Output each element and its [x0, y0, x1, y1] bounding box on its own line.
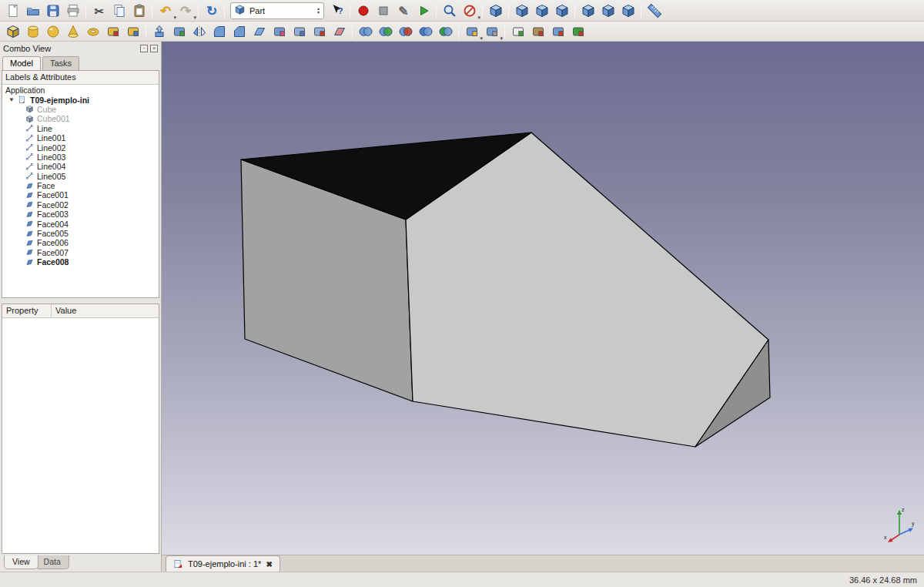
tree-item-line[interactable]: Line [2, 124, 159, 133]
tab-view[interactable]: View [4, 555, 38, 569]
save-document-button[interactable] [43, 2, 62, 20]
tree-item-label: Face006 [37, 238, 69, 247]
copy-button[interactable] [109, 2, 129, 20]
part-defeaturing-button[interactable] [528, 22, 547, 41]
tree-item-face003[interactable]: Face003 [2, 210, 159, 219]
new-document-button[interactable] [3, 2, 22, 20]
view-rear-button[interactable] [578, 2, 598, 20]
redo-button[interactable]: ↷▾ [176, 2, 195, 20]
part-section-button[interactable] [330, 22, 349, 41]
part-mirror-button[interactable] [189, 22, 209, 41]
tree-item-face005[interactable]: Face005 [2, 229, 159, 238]
part-refine-shape-button[interactable] [568, 22, 588, 41]
tree-item-line004[interactable]: Line004 [2, 162, 159, 171]
part-common-button[interactable] [436, 22, 455, 41]
tree-item-line001[interactable]: Line001 [2, 133, 159, 143]
tree-item-face004[interactable]: Face004 [2, 219, 159, 228]
part-sweep-button[interactable] [310, 22, 329, 41]
value-column-header[interactable]: Value [52, 304, 80, 317]
document-tab[interactable]: T09-ejemplo-ini : 1* ✖ [166, 555, 280, 572]
part-make-face-button[interactable] [249, 22, 269, 41]
part-sphere-button[interactable] [43, 22, 62, 41]
print-document-button[interactable] [63, 2, 82, 20]
undo-button[interactable]: ↶▾ [156, 2, 175, 20]
svg-text:↻: ↻ [206, 3, 216, 18]
part-loft-button[interactable] [290, 22, 309, 41]
part-shape-builder-button[interactable] [123, 22, 142, 41]
tab-tasks[interactable]: Tasks [42, 56, 79, 70]
paste-button[interactable] [129, 2, 149, 20]
workbench-selector[interactable]: Part▴▾ [230, 2, 324, 19]
tab-model[interactable]: Model [2, 56, 41, 70]
tree-item-face008[interactable]: Face008 [2, 257, 159, 267]
refresh-button[interactable]: ↻ [202, 2, 221, 20]
dropdown-caret[interactable]: ▾ [477, 15, 480, 20]
part-boolean-button[interactable] [376, 22, 395, 41]
part-thickness-button[interactable] [548, 22, 567, 41]
cut-button[interactable]: ✂ [89, 2, 109, 20]
macro-edit-button[interactable]: ✎ [393, 2, 413, 20]
tree-item-face007[interactable]: Face007 [2, 248, 159, 257]
expander-icon[interactable]: ▼ [8, 96, 15, 103]
open-document-button[interactable] [23, 2, 42, 20]
view-right-button[interactable] [552, 2, 571, 20]
measure-distance-button[interactable] [644, 2, 664, 20]
part-cylinder-button[interactable] [23, 22, 42, 41]
property-column-header[interactable]: Property [2, 304, 52, 317]
tree-header[interactable]: Labels & Attributes [2, 71, 159, 85]
toolbar-separator [508, 4, 509, 18]
tree-root-application[interactable]: Application [2, 86, 159, 95]
view-front-button[interactable] [512, 2, 531, 20]
tree-item-cube[interactable]: Cube [2, 105, 159, 114]
view-bottom-button[interactable] [598, 2, 618, 20]
whats-this-button[interactable]: ? [327, 2, 346, 20]
macro-record-button[interactable] [353, 2, 373, 20]
view-top-button[interactable] [532, 2, 551, 20]
svg-text:?: ? [337, 5, 343, 15]
part-extrude-button[interactable] [149, 22, 169, 41]
part-union-button[interactable] [416, 22, 435, 41]
part-torus-button[interactable] [83, 22, 102, 41]
combo-spin-arrows[interactable]: ▴▾ [316, 7, 321, 15]
fit-all-button[interactable] [440, 2, 459, 20]
part-ruled-surface-button[interactable] [270, 22, 289, 41]
dropdown-caret[interactable]: ▾ [193, 15, 196, 20]
panel-splitter[interactable] [0, 298, 161, 304]
face-icon [25, 191, 34, 200]
part-primitives-button[interactable] [103, 22, 122, 41]
part-split-slice-button[interactable]: ▾ [482, 22, 501, 41]
float-panel-icon[interactable]: ◦ [140, 45, 148, 52]
tab-data[interactable]: Data [35, 555, 69, 569]
tree-item-cube001[interactable]: Cube001 [2, 114, 159, 123]
tree-item-line003[interactable]: Line003 [2, 153, 159, 162]
part-revolve-button[interactable] [169, 22, 189, 41]
combo-view-titlebar: Combo View ◦ × [0, 42, 161, 55]
line-icon [25, 163, 34, 171]
view-left-button[interactable] [618, 2, 638, 20]
tree-item-document[interactable]: ▼T09-ejemplo-ini [2, 95, 159, 104]
macro-execute-button[interactable] [413, 2, 433, 20]
view-axonometric-button[interactable] [486, 2, 505, 20]
part-box-button[interactable] [3, 22, 22, 41]
tree-item-face001[interactable]: Face001 [2, 190, 159, 200]
part-chamfer-button[interactable] [229, 22, 249, 41]
part-fillet-button[interactable] [209, 22, 229, 41]
3d-viewport[interactable]: z y x [162, 42, 924, 555]
part-cone-button[interactable] [63, 22, 82, 41]
macro-stop-button[interactable] [373, 2, 393, 20]
tree-item-line005[interactable]: Line005 [2, 172, 159, 181]
tree-item-line002[interactable]: Line002 [2, 143, 159, 152]
part-check-geometry-button[interactable] [508, 22, 527, 41]
tree-item-face006[interactable]: Face006 [2, 238, 159, 247]
tree-item-face002[interactable]: Face002 [2, 200, 159, 210]
part-join-connect-button[interactable]: ▾ [462, 22, 481, 41]
dropdown-caret[interactable]: ▾ [500, 35, 503, 41]
draw-style-button[interactable]: ▾ [460, 2, 479, 20]
tree-item-face[interactable]: Face [2, 181, 159, 190]
part-compound-button[interactable] [356, 22, 375, 41]
close-tab-icon[interactable]: ✖ [266, 560, 272, 569]
close-panel-icon[interactable]: × [150, 45, 158, 52]
freecad-window: ✂↶▾↷▾↻Part▴▾?✎▾ ▾▾ Combo View ◦ × ModelT… [0, 0, 924, 587]
part-cut-button[interactable] [396, 22, 415, 41]
face-icon [25, 182, 34, 190]
